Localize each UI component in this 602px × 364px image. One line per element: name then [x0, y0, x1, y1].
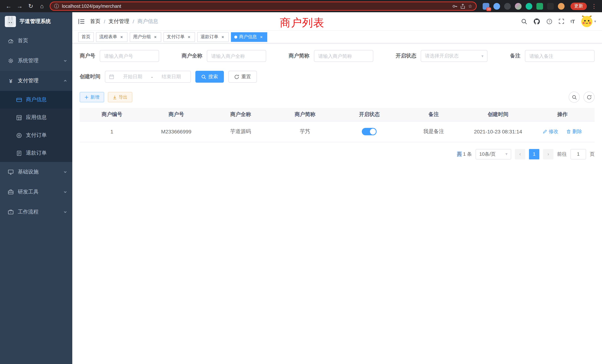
browser-extension-icon[interactable]: 10 — [483, 3, 489, 10]
breadcrumb-item-current: 商户信息 — [138, 18, 158, 25]
url-text[interactable]: localhost:1024/pay/merchant — [62, 3, 449, 9]
help-icon[interactable]: ? — [546, 18, 552, 24]
tab-close-icon[interactable]: × — [220, 34, 225, 40]
table-row: 1 M233666999 芋道源码 芋艿 我是备注 2021-10-23 08:… — [80, 121, 595, 142]
browser-extension-icon[interactable] — [515, 3, 522, 10]
pagination-total-rest: 1 条 — [463, 151, 472, 157]
tab-close-icon[interactable]: × — [259, 34, 264, 40]
merchant-name-input[interactable] — [207, 50, 266, 62]
sidebar-item-system[interactable]: 系统管理 — [0, 51, 72, 71]
sidebar-item-app-info[interactable]: 应用信息 — [0, 109, 72, 126]
tab-pay-order[interactable]: 支付订单 × — [163, 32, 195, 42]
tab-user-group[interactable]: 用户分组 × — [130, 32, 161, 42]
browser-home-icon[interactable]: ⌂ — [37, 1, 47, 11]
key-icon[interactable] — [452, 3, 457, 9]
sidebar-item-home[interactable]: 首页 — [0, 31, 72, 51]
prev-page-button[interactable]: ‹ — [515, 149, 525, 159]
tab-refund-order[interactable]: 退款订单 × — [197, 32, 229, 42]
github-icon[interactable] — [533, 18, 540, 25]
browser-extension-icon[interactable] — [526, 3, 532, 10]
goto-page-input[interactable] — [570, 149, 586, 159]
share-icon[interactable] — [460, 3, 465, 9]
remark-input[interactable] — [525, 50, 595, 62]
grid-icon — [16, 115, 22, 120]
page-content: 商户号 商户全称 商户简称 开启状态 请选择开启状态 — [72, 43, 602, 364]
delete-link[interactable]: 删除 — [566, 128, 582, 135]
cell-created: 2021-10-23 08:31:14 — [466, 121, 530, 142]
next-page-button[interactable]: › — [543, 149, 553, 159]
sidebar-item-infrastructure[interactable]: 基础设施 — [0, 162, 72, 182]
avatar — [581, 16, 592, 27]
address-bar[interactable]: ⓘ localhost:1024/pay/merchant ☆ — [50, 1, 477, 11]
sidebar-submenu-payment: 商户信息 应用信息 支付订单 — [0, 91, 72, 162]
date-range-picker[interactable]: 开始日期 - 结束日期 — [105, 71, 191, 83]
page-number-button[interactable]: 1 — [529, 149, 539, 159]
browser-extension-icon[interactable] — [536, 3, 543, 10]
status-select[interactable]: 请选择开启状态 ▾ — [421, 50, 488, 62]
info-icon[interactable]: ⓘ — [54, 3, 59, 10]
filter-short-name: 商户简称 — [289, 50, 373, 62]
refresh-table-button[interactable] — [583, 92, 595, 103]
sidebar-item-label: 应用信息 — [26, 114, 47, 121]
column-header: 创建时间 — [466, 108, 530, 121]
breadcrumb-item[interactable]: 支付管理 — [109, 18, 129, 25]
extension-badge: 10 — [486, 7, 491, 11]
end-date-placeholder: 结束日期 — [156, 73, 187, 80]
sidebar-fold-icon[interactable] — [78, 18, 85, 24]
sidebar-item-label: 基础设施 — [18, 169, 39, 175]
rabbit-logo-icon — [5, 16, 16, 27]
tab-close-icon[interactable]: × — [119, 34, 124, 40]
column-header: 开启状态 — [337, 108, 401, 121]
merchant-no-input[interactable] — [100, 50, 159, 62]
filter-form-row-2: 创建时间 开始日期 - 结束日期 搜索 — [80, 71, 595, 83]
browser-extension-icon[interactable] — [504, 3, 511, 10]
search-icon[interactable] — [521, 18, 527, 24]
sidebar-item-label: 首页 — [18, 37, 28, 44]
fullscreen-icon[interactable] — [559, 19, 564, 24]
search-button[interactable]: 搜索 — [195, 71, 224, 83]
browser-back-icon[interactable]: ← — [4, 1, 13, 11]
sidebar-item-pay-order[interactable]: 支付订单 — [0, 126, 72, 144]
browser-update-button[interactable]: 更新 — [570, 2, 587, 10]
sidebar-item-merchant-info[interactable]: 商户信息 — [0, 91, 72, 109]
browser-menu-icon[interactable]: ⋮ — [590, 3, 598, 10]
toolbar-right — [569, 92, 595, 103]
reset-button[interactable]: 重置 — [228, 71, 257, 83]
tab-label: 首页 — [82, 34, 90, 40]
tab-close-icon[interactable]: × — [186, 34, 192, 40]
page-size-select[interactable]: 10条/页 ▾ — [476, 149, 511, 159]
font-size-icon[interactable]: tT — [570, 18, 575, 24]
browser-profile-avatar[interactable] — [558, 3, 565, 10]
export-button[interactable]: 导出 — [108, 92, 132, 102]
browser-extension-icon[interactable] — [493, 3, 500, 10]
sidebar-item-payment[interactable]: ¥ 支付管理 — [0, 71, 72, 91]
tab-home[interactable]: 首页 — [78, 32, 94, 42]
column-header: 商户编号 — [80, 108, 144, 121]
bookmark-star-icon[interactable]: ☆ — [468, 3, 472, 9]
chevron-down-icon — [63, 59, 67, 63]
sidebar-item-workflow[interactable]: 工作流程 — [0, 202, 72, 222]
status-toggle[interactable] — [362, 128, 377, 135]
short-name-input[interactable] — [314, 50, 373, 62]
sidebar-item-label: 支付订单 — [26, 132, 47, 139]
browser-extension-icon[interactable] — [547, 3, 554, 10]
filter-status: 开启状态 请选择开启状态 ▾ — [396, 50, 488, 62]
sidebar-item-refund-order[interactable]: 退款订单 — [0, 144, 72, 162]
svg-text:?: ? — [548, 20, 550, 23]
field-label: 商户简称 — [289, 53, 309, 59]
add-button[interactable]: 新增 — [80, 92, 104, 102]
app-logo[interactable]: 芋道管理系统 — [0, 12, 72, 31]
user-menu[interactable]: ▾ — [581, 16, 596, 27]
sidebar-item-dev-tools[interactable]: 研发工具 — [0, 182, 72, 202]
browser-reload-icon[interactable]: ↻ — [26, 1, 36, 11]
breadcrumb-separator: / — [133, 18, 134, 24]
tab-merchant-info[interactable]: 商户信息 × — [231, 32, 267, 42]
edit-link[interactable]: 修改 — [543, 128, 558, 135]
tab-close-icon[interactable]: × — [153, 34, 158, 40]
browser-forward-icon[interactable]: → — [15, 1, 24, 11]
tab-process-form[interactable]: 流程表单 × — [96, 32, 128, 42]
dashboard-icon — [7, 38, 14, 44]
hide-search-button[interactable] — [569, 92, 580, 103]
breadcrumb-item[interactable]: 首页 — [90, 18, 100, 25]
filter-merchant-no: 商户号 — [80, 50, 159, 62]
